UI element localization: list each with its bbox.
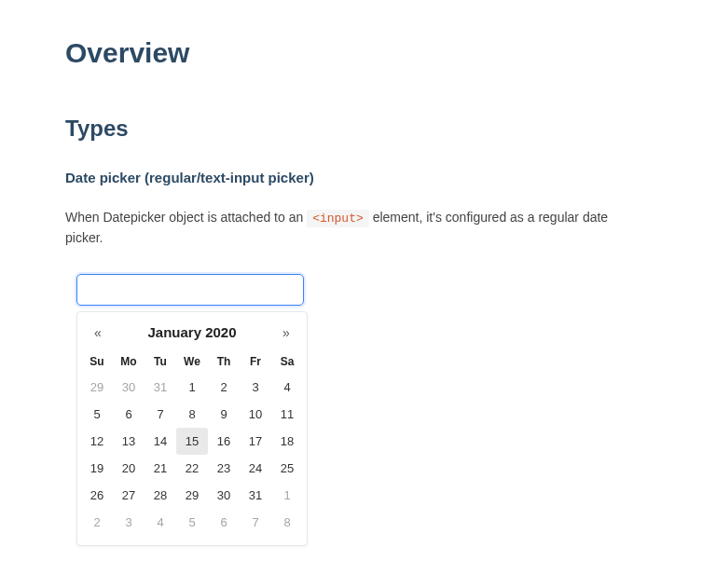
calendar-day[interactable]: 31 bbox=[240, 482, 271, 509]
calendar-day[interactable]: 30 bbox=[208, 482, 240, 509]
calendar-popup: « January 2020 » SuMoTuWeThFrSa293031123… bbox=[76, 311, 308, 546]
calendar-day[interactable]: 1 bbox=[176, 374, 208, 401]
calendar-day[interactable]: 1 bbox=[271, 482, 303, 509]
calendar-day[interactable]: 18 bbox=[271, 428, 303, 455]
dow-header: Fr bbox=[240, 351, 271, 374]
calendar-day[interactable]: 12 bbox=[81, 428, 113, 455]
calendar-grid: SuMoTuWeThFrSa29303112345678910111213141… bbox=[79, 351, 305, 540]
calendar-day[interactable]: 15 bbox=[176, 428, 208, 455]
calendar-day[interactable]: 2 bbox=[208, 374, 240, 401]
next-month-button[interactable]: » bbox=[273, 321, 299, 344]
calendar-day[interactable]: 4 bbox=[145, 509, 176, 536]
calendar-day[interactable]: 2 bbox=[81, 509, 113, 536]
month-year-label[interactable]: January 2020 bbox=[147, 324, 236, 340]
calendar-day[interactable]: 31 bbox=[145, 374, 176, 401]
calendar-day[interactable]: 20 bbox=[113, 455, 145, 482]
calendar-day[interactable]: 17 bbox=[240, 428, 271, 455]
dow-header: Tu bbox=[145, 351, 176, 374]
calendar-day[interactable]: 5 bbox=[81, 401, 113, 428]
calendar-day[interactable]: 26 bbox=[81, 482, 113, 509]
calendar-day[interactable]: 5 bbox=[176, 509, 208, 536]
dow-header: Su bbox=[81, 351, 113, 374]
calendar-day[interactable]: 24 bbox=[240, 455, 271, 482]
dow-header: Sa bbox=[271, 351, 303, 374]
calendar-day[interactable]: 22 bbox=[176, 455, 208, 482]
calendar-day[interactable]: 29 bbox=[176, 482, 208, 509]
calendar-day[interactable]: 9 bbox=[208, 401, 240, 428]
calendar-day[interactable]: 25 bbox=[271, 455, 303, 482]
calendar-day[interactable]: 4 bbox=[271, 374, 303, 401]
calendar-day[interactable]: 3 bbox=[113, 509, 145, 536]
description-paragraph: When Datepicker object is attached to an… bbox=[65, 208, 637, 248]
prev-month-button[interactable]: « bbox=[85, 321, 111, 344]
calendar-day[interactable]: 23 bbox=[208, 455, 240, 482]
calendar-day[interactable]: 13 bbox=[113, 428, 145, 455]
calendar-day[interactable]: 6 bbox=[113, 401, 145, 428]
dow-header: Th bbox=[208, 351, 240, 374]
calendar-day[interactable]: 27 bbox=[113, 482, 145, 509]
calendar-day[interactable]: 3 bbox=[240, 374, 271, 401]
calendar-day[interactable]: 8 bbox=[271, 509, 303, 536]
calendar-day[interactable]: 19 bbox=[81, 455, 113, 482]
calendar-day[interactable]: 8 bbox=[176, 401, 208, 428]
input-tag-code: <input> bbox=[307, 210, 369, 227]
dow-header: Mo bbox=[113, 351, 145, 374]
calendar-day[interactable]: 30 bbox=[113, 374, 145, 401]
dow-header: We bbox=[176, 351, 208, 374]
calendar-day[interactable]: 6 bbox=[208, 509, 240, 536]
calendar-day[interactable]: 7 bbox=[145, 401, 176, 428]
calendar-day[interactable]: 10 bbox=[240, 401, 271, 428]
description-pre: When Datepicker object is attached to an bbox=[65, 210, 307, 225]
calendar-day[interactable]: 16 bbox=[208, 428, 240, 455]
calendar-day[interactable]: 21 bbox=[145, 455, 176, 482]
subheading-date-picker: Date picker (regular/text-input picker) bbox=[65, 170, 637, 185]
calendar-day[interactable]: 7 bbox=[240, 509, 271, 536]
calendar-day[interactable]: 28 bbox=[145, 482, 176, 509]
calendar-day[interactable]: 11 bbox=[271, 401, 303, 428]
heading-types: Types bbox=[65, 116, 637, 142]
calendar-day[interactable]: 29 bbox=[81, 374, 113, 401]
heading-overview: Overview bbox=[65, 37, 637, 69]
calendar-day[interactable]: 14 bbox=[145, 428, 176, 455]
date-input[interactable] bbox=[76, 274, 304, 306]
